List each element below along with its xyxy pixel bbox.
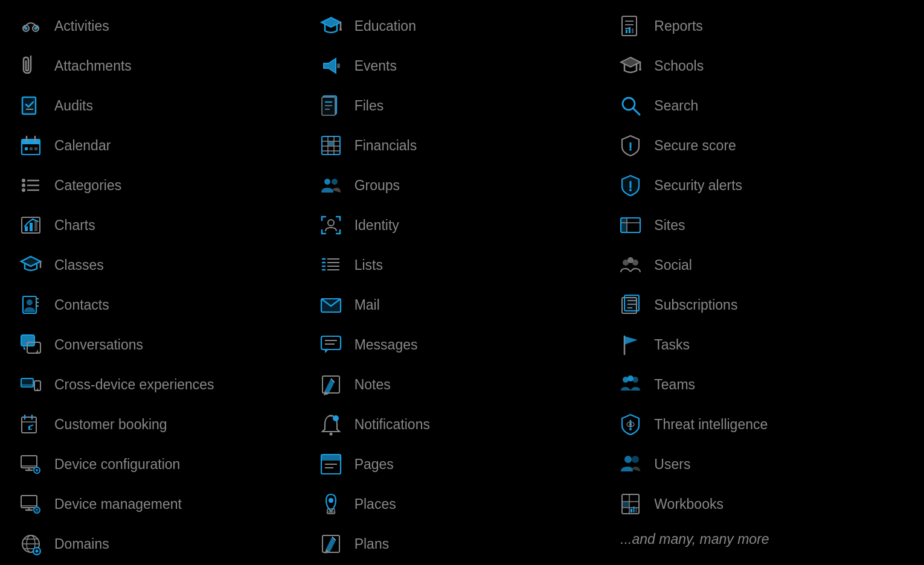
item-teams[interactable]: Teams (612, 365, 912, 404)
lists-icon (318, 252, 344, 278)
item-plans[interactable]: Plans (312, 524, 612, 564)
svg-point-65 (36, 550, 39, 553)
social-label: Social (654, 257, 692, 273)
workbooks-label: Workbooks (654, 496, 723, 512)
identity-icon (318, 212, 344, 238)
svg-point-134 (639, 68, 641, 71)
crossdevice-label: Cross-device experiences (54, 377, 214, 393)
item-calendar[interactable]: Calendar (12, 126, 312, 165)
item-threatintel[interactable]: Threat intelligence (612, 404, 912, 444)
reports-icon (618, 13, 643, 39)
item-charts[interactable]: Charts (12, 205, 312, 245)
charts-label: Charts (54, 217, 95, 234)
item-groups[interactable]: Groups (312, 165, 612, 205)
svg-point-118 (329, 498, 333, 503)
svg-rect-11 (25, 147, 28, 150)
workbooks-icon (618, 491, 643, 517)
classes-label: Classes (54, 257, 104, 273)
domains-icon (18, 531, 43, 557)
svg-point-112 (329, 433, 332, 436)
item-messages[interactable]: Messages (312, 325, 612, 365)
item-sites[interactable]: Sites (612, 205, 912, 245)
item-reports[interactable]: Reports (612, 6, 912, 46)
item-crossdevice[interactable]: Cross-device experiences (12, 365, 312, 404)
item-securescore[interactable]: Secure score (612, 126, 912, 165)
item-subscriptions[interactable]: Subscriptions (612, 285, 912, 325)
item-notifications[interactable]: Notifications (312, 404, 612, 444)
item-files[interactable]: Files (312, 86, 612, 126)
item-identity[interactable]: Identity (312, 205, 612, 245)
item-social[interactable]: Social (612, 245, 912, 285)
audits-icon (18, 93, 43, 118)
securityalerts-label: Security alerts (654, 177, 742, 194)
mail-label: Mail (355, 297, 380, 313)
column-2: Education Events (312, 6, 612, 564)
files-label: Files (355, 98, 384, 114)
item-education[interactable]: Education (312, 6, 612, 46)
svg-rect-8 (22, 139, 40, 144)
messages-label: Messages (355, 337, 418, 353)
teams-icon (618, 372, 643, 397)
item-customerbooking[interactable]: Customer booking (12, 404, 312, 444)
pages-label: Pages (355, 456, 394, 473)
svg-rect-142 (621, 218, 627, 232)
devicemgmt-icon (18, 491, 43, 517)
item-workbooks[interactable]: Workbooks (612, 484, 912, 524)
identity-label: Identity (355, 217, 399, 234)
item-search[interactable]: Search (612, 86, 912, 126)
svg-point-2 (25, 27, 28, 30)
education-label: Education (355, 18, 416, 34)
svg-point-160 (629, 428, 632, 430)
svg-rect-150 (624, 295, 639, 311)
svg-line-136 (633, 108, 640, 115)
item-categories[interactable]: Categories (12, 165, 312, 205)
svg-rect-23 (34, 220, 37, 231)
item-schools[interactable]: Schools (612, 46, 912, 86)
item-pages[interactable]: Pages (312, 444, 612, 484)
item-attachments[interactable]: Attachments (12, 46, 312, 86)
places-label: Places (355, 496, 396, 512)
item-places[interactable]: Places (312, 484, 612, 524)
calendar-icon (18, 133, 43, 158)
item-classes[interactable]: Classes (12, 245, 312, 285)
item-events[interactable]: Events (312, 46, 612, 86)
categories-label: Categories (54, 177, 121, 194)
item-deviceconfig[interactable]: Device configuration (12, 444, 312, 484)
groups-label: Groups (355, 177, 400, 194)
item-securityalerts[interactable]: Security alerts (612, 165, 912, 205)
item-users[interactable]: Users (612, 444, 912, 484)
svg-point-3 (34, 27, 37, 30)
item-audits[interactable]: Audits (12, 86, 312, 126)
svg-rect-121 (329, 510, 333, 514)
svg-point-163 (624, 456, 632, 463)
lists-label: Lists (355, 257, 383, 273)
files-icon (318, 93, 344, 118)
svg-point-28 (27, 299, 33, 305)
svg-rect-130 (632, 28, 634, 33)
item-domains[interactable]: Domains (12, 524, 312, 564)
users-label: Users (654, 456, 690, 473)
item-tasks[interactable]: Tasks (612, 325, 912, 365)
item-financials[interactable]: Financials (312, 126, 612, 165)
svg-point-138 (630, 148, 632, 151)
social-icon (618, 252, 643, 278)
contacts-label: Contacts (54, 297, 109, 313)
item-mail[interactable]: Mail (312, 285, 612, 325)
svg-point-113 (333, 415, 339, 421)
securityalerts-icon (618, 173, 643, 198)
item-devicemgmt[interactable]: Device management (12, 484, 312, 524)
threatintel-icon (618, 412, 643, 437)
plans-icon (318, 531, 344, 557)
teams-label: Teams (654, 377, 695, 393)
svg-point-140 (629, 189, 632, 191)
item-notes[interactable]: Notes (312, 365, 612, 404)
item-activities[interactable]: Activities (12, 6, 312, 46)
item-lists[interactable]: Lists (312, 245, 612, 285)
securescore-icon (618, 133, 643, 158)
item-conversations[interactable]: Conversations (12, 325, 312, 365)
more-label: ...and many, many more (618, 531, 769, 547)
item-contacts[interactable]: Contacts (12, 285, 312, 325)
events-label: Events (355, 58, 397, 74)
svg-point-95 (328, 220, 334, 226)
subscriptions-label: Subscriptions (654, 297, 737, 313)
